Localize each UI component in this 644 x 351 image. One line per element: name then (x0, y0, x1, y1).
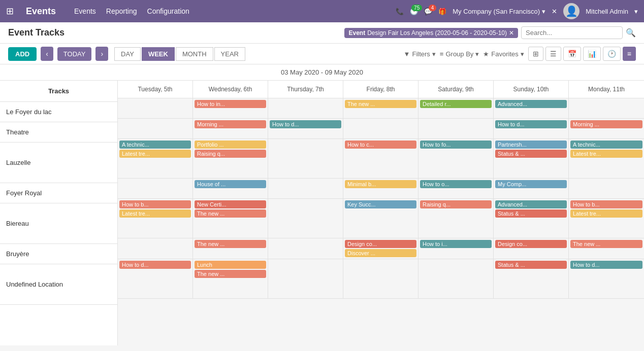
phone-btn[interactable]: 📞 (396, 8, 404, 15)
event-pill[interactable]: Raising q... (420, 200, 492, 208)
view-day[interactable]: DAY (114, 47, 141, 61)
cell-foyerroyal-wed: House of ... (193, 179, 268, 199)
event-pill[interactable]: A technic... (119, 141, 191, 149)
event-pill[interactable]: Minimal b... (345, 180, 416, 188)
event-pill[interactable]: How to b... (570, 200, 642, 208)
event-pill[interactable]: Status & ... (495, 209, 567, 218)
nav-configuration[interactable]: Configuration (147, 7, 189, 15)
event-pill[interactable]: How to fo... (420, 141, 492, 149)
company-selector[interactable]: My Company (San Francisco) ▾ (453, 8, 545, 15)
event-pill[interactable]: How to b... (119, 200, 191, 208)
app-grid-icon[interactable]: ⊞ (6, 6, 14, 17)
view-icons: ⊞ ☰ 📅 📊 🕐 ≡ (528, 47, 636, 61)
event-pill[interactable]: How to d... (119, 261, 191, 269)
event-pill[interactable]: Design co... (495, 240, 567, 248)
event-pill[interactable]: Raising q... (195, 150, 266, 158)
favorites-btn[interactable]: ★ Favorites ▾ (483, 50, 524, 58)
event-pill[interactable]: Status & ... (495, 150, 567, 158)
chart-view-btn[interactable]: 📊 (583, 47, 601, 61)
event-pill[interactable]: Partnersh... (495, 141, 567, 149)
row-le-foyer: How to in... The new ... Detailed r... A… (118, 98, 644, 119)
event-pill[interactable]: My Comp... (495, 180, 567, 188)
track-label-theatre: Theatre (0, 122, 117, 143)
cell-theatre-mon: Morning ... (569, 119, 644, 139)
view-month[interactable]: MONTH (176, 47, 213, 61)
event-pill[interactable]: Key Succ... (345, 200, 416, 208)
cell-bruyere-fri: Design co... Discover ... (343, 238, 418, 259)
day-header-3: Friday, 8th (343, 81, 418, 98)
cell-theatre-thu: How to d... (268, 119, 343, 139)
cell-bruyere-sun: Design co... (494, 238, 569, 259)
event-pill[interactable]: House of ... (195, 180, 266, 188)
event-pill[interactable]: Advanced... (495, 200, 567, 208)
event-pill[interactable]: A technic... (570, 141, 642, 149)
event-pill[interactable]: How to d... (570, 261, 642, 269)
search-input[interactable] (521, 26, 623, 39)
close-btn[interactable]: ✕ (552, 8, 557, 15)
event-pill[interactable]: Advanced... (495, 100, 567, 108)
event-pill[interactable]: Latest tre... (119, 150, 191, 158)
add-button[interactable]: ADD (8, 47, 37, 61)
event-pill[interactable]: How to d... (270, 120, 341, 128)
groupby-btn[interactable]: ≡ Group By ▾ (440, 50, 479, 58)
activity-btn[interactable]: 🕐 75 (410, 8, 418, 15)
event-pill[interactable]: Latest tre... (119, 209, 191, 218)
event-pill[interactable]: How to i... (420, 240, 492, 248)
row-foyer-royal: House of ... Minimal b... How to o... My… (118, 179, 644, 199)
list-view-btn[interactable]: ☰ (545, 47, 561, 61)
filter-close-btn[interactable]: ✕ (509, 29, 514, 37)
user-name[interactable]: Mitchell Admin (586, 8, 628, 15)
gift-icon[interactable]: 🎁 (438, 8, 446, 15)
day-header-1: Wednesday, 6th (193, 81, 268, 98)
event-pill[interactable]: Morning ... (195, 120, 266, 128)
view-week[interactable]: WEEK (142, 47, 175, 61)
event-pill[interactable]: How to o... (420, 180, 492, 188)
event-pill[interactable]: The new ... (195, 270, 266, 278)
filters-btn[interactable]: ▼ Filters ▾ (404, 50, 436, 58)
event-pill[interactable]: Status & ... (495, 261, 567, 269)
cell-lauzelle-thu (268, 139, 343, 179)
search-icon[interactable]: 🔍 (626, 28, 636, 38)
prev-btn[interactable]: ‹ (41, 47, 53, 61)
view-year[interactable]: YEAR (214, 47, 245, 61)
track-label-biereau: Biereau (0, 203, 117, 244)
cell-theatre-wed: Morning ... (193, 119, 268, 139)
kanban-view-btn[interactable]: ⊞ (528, 47, 543, 61)
cell-foyerroyal-sun: My Comp... (494, 179, 569, 199)
event-pill[interactable]: New Certi... (195, 200, 266, 208)
event-pill[interactable]: The new ... (570, 240, 642, 248)
event-pill[interactable]: How to c... (345, 141, 416, 149)
nav-events[interactable]: Events (74, 7, 96, 15)
event-pill[interactable]: Detailed r... (420, 100, 492, 108)
event-pill[interactable]: How to in... (195, 100, 266, 108)
event-pill[interactable]: Latest tre... (570, 209, 642, 218)
pivot-view-btn[interactable]: 🕐 (603, 47, 621, 61)
filter-icon: ▼ (404, 50, 410, 58)
day-header-2: Thursday, 7th (268, 81, 343, 98)
calendar-wrapper: 03 May 2020 - 09 May 2020 Tracks Le Foye… (0, 64, 644, 345)
event-pill[interactable]: Design co... (345, 240, 416, 248)
user-avatar: 👤 (563, 3, 579, 19)
gantt-view-btn[interactable]: ≡ (623, 47, 636, 61)
event-pill[interactable]: How to d... (495, 120, 567, 128)
next-btn[interactable]: › (95, 47, 108, 61)
cell-theatre-sat (418, 119, 494, 139)
track-labels: Tracks Le Foyer du lac Theatre Lauzelle … (0, 81, 118, 345)
message-btn[interactable]: 💬 4 (424, 8, 432, 15)
nav-reporting[interactable]: Reporting (106, 7, 137, 15)
event-pill[interactable]: Lunch (195, 261, 266, 269)
event-pill[interactable]: Portfolio ... (195, 141, 266, 149)
event-pill[interactable]: Morning ... (570, 120, 642, 128)
cell-biereau-thu (268, 199, 343, 238)
event-pill[interactable]: The new ... (345, 100, 416, 108)
filter-event-value: Design Fair Los Angeles (2020-05-06 - 20… (367, 29, 507, 37)
event-pill[interactable]: The new ... (195, 209, 266, 218)
filter-tag[interactable]: Event Design Fair Los Angeles (2020-05-0… (344, 28, 518, 38)
calendar-date-range: 03 May 2020 - 09 May 2020 (0, 64, 644, 81)
cell-lauzelle-sun: Partnersh... Status & ... (494, 139, 569, 179)
event-pill[interactable]: Discover ... (345, 249, 416, 257)
event-pill[interactable]: Latest tre... (570, 150, 642, 158)
event-pill[interactable]: The new ... (195, 240, 266, 248)
today-btn[interactable]: TODAY (57, 47, 92, 61)
calendar-view-btn[interactable]: 📅 (563, 47, 581, 61)
